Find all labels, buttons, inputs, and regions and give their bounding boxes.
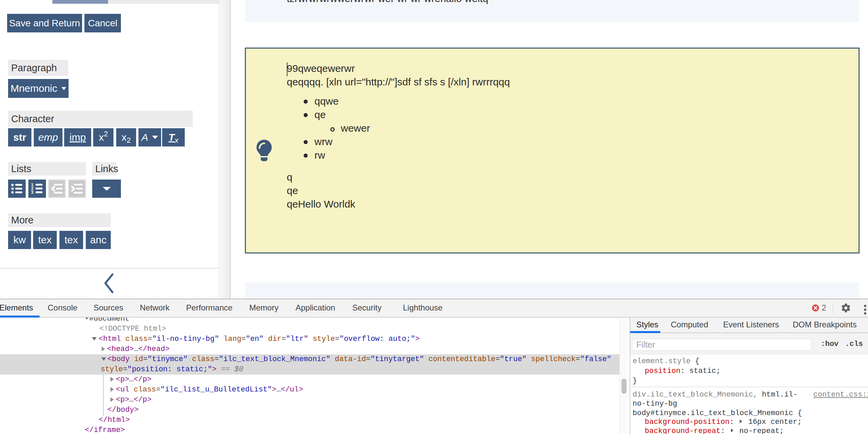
svg-text:3: 3 [31, 190, 33, 194]
